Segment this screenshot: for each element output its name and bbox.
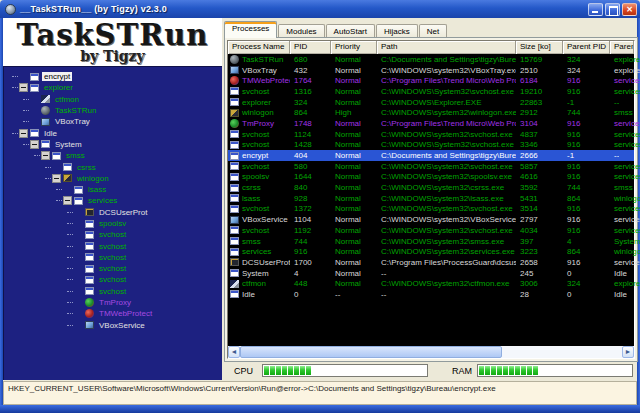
process-row[interactable]: encrypt404NormalC:\Documents and Setting… [228,150,634,161]
tree-connector [45,178,51,179]
pid-cell: 744 [290,237,331,246]
parent-pid-cell: 916 [563,87,610,96]
size-cell: 397 [516,237,563,246]
tab-modules[interactable]: Modules [278,24,324,38]
scroll-right-icon[interactable]: ► [622,346,634,358]
tree-item-label: svchost [97,253,128,262]
window-icon [230,226,239,234]
priority-cell: Normal [331,87,377,96]
tree-item-tmwebprotect[interactable]: TMWebProtect [4,308,222,319]
progress-block [479,366,484,375]
process-row[interactable]: svchost1372NormalC:\WINDOWS\system32\svc… [228,204,634,215]
tree-connector [12,87,18,88]
window-icon [30,73,39,81]
progress-block [396,366,401,375]
progress-block [276,366,281,375]
progress-block [509,366,514,375]
process-row[interactable]: csrss840NormalC:\WINDOWS\system32\csrss.… [228,182,634,193]
tree-item-vboxtray[interactable]: VBoxTray [4,116,222,127]
horizontal-scrollbar[interactable]: ◄ ► [228,346,634,358]
progress-block [264,366,269,375]
column-header-priority[interactable]: Priority [331,41,377,54]
process-row[interactable]: Idle0----280Idle [228,289,634,300]
column-header-pid[interactable]: PID [290,41,331,54]
column-header-parent-pid[interactable]: Parent PID [563,41,610,54]
collapse-box-icon[interactable] [19,83,28,92]
tree-item-ctfmon[interactable]: ctfmon [4,94,222,105]
collapse-box-icon[interactable] [41,151,50,160]
tree-item-svchost[interactable]: svchost [4,240,222,251]
close-button[interactable]: ✕ [622,3,637,16]
tab-net[interactable]: Net [419,24,447,38]
tree-item-svchost[interactable]: svchost [4,274,222,285]
process-row[interactable]: smss744NormalC:\WINDOWS\system32\smss.ex… [228,236,634,247]
tree-item-explorer[interactable]: explorer [4,82,222,93]
tree-item-spoolsv[interactable]: spoolsv [4,218,222,229]
progress-block [527,366,532,375]
collapse-box-icon[interactable] [63,196,72,205]
tree-item-svchost[interactable]: svchost [4,263,222,274]
collapse-box-icon[interactable] [19,129,28,138]
tree-item-svchost[interactable]: svchost [4,286,222,297]
tree-item-smss[interactable]: smss [4,150,222,161]
tree-connector [67,325,73,326]
process-row[interactable]: svchost580NormalC:\WINDOWS\system32\svch… [228,161,634,172]
process-row[interactable]: svchost1316NormalC:\WINDOWS\System32\svc… [228,86,634,97]
tab-autostart[interactable]: AutoStart [326,24,375,38]
tree-item-system[interactable]: System [4,139,222,150]
tree-item-dcsuserprot[interactable]: DCSUserProt [4,207,222,218]
process-row[interactable]: spoolsv1644NormalC:\WINDOWS\system32\spo… [228,172,634,183]
process-row[interactable]: lsass928NormalC:\WINDOWS\system32\lsass.… [228,193,634,204]
window-icon [230,162,239,170]
process-row[interactable]: svchost1124NormalC:\WINDOWS\system32\svc… [228,129,634,140]
tree-item-svchost[interactable]: svchost [4,252,222,263]
process-row[interactable]: explorer324NormalC:\WINDOWS\Explorer.EXE… [228,97,634,108]
process-row[interactable]: TmProxy1748NormalC:\Program Files\Trend … [228,118,634,129]
process-row[interactable]: VBoxTray432NormalC:\WINDOWS\system32\VBo… [228,65,634,76]
scroll-left-icon[interactable]: ◄ [228,346,240,358]
scrollbar-thumb[interactable] [240,346,502,358]
process-row[interactable]: VBoxService1104NormalC:\WINDOWS\system32… [228,214,634,225]
tree-item-label: svchost [97,242,128,251]
tree-item-services[interactable]: services [4,195,222,206]
tab-processes[interactable]: Processes [224,21,277,38]
process-row[interactable]: ctfmon448NormalC:\WINDOWS\system32\ctfmo… [228,278,634,289]
column-header-parent-name[interactable]: Parent Name [610,41,634,54]
process-name: DCSUserProt [242,258,290,267]
size-cell: 3223 [516,247,563,256]
column-header-path[interactable]: Path [377,41,516,54]
process-row[interactable]: TaskSTRun680NormalC:\Documents and Setti… [228,54,634,65]
process-row[interactable]: System4Normal--2450Idle [228,268,634,279]
table-rows: TaskSTRun680NormalC:\Documents and Setti… [228,54,634,300]
process-row[interactable]: TMWebProtect1764NormalC:\Program Files\T… [228,75,634,86]
collapse-box-icon[interactable] [30,140,39,149]
parent-name-cell: explorer [610,55,640,64]
scrollbar-track[interactable] [240,346,622,358]
column-header-process-name[interactable]: Process Name [228,41,290,54]
process-row[interactable]: DCSUserProt1700NormalC:\Program Files\Pr… [228,257,634,268]
collapse-box-icon[interactable] [52,174,61,183]
process-name-cell: svchost [228,226,290,235]
tree-item-tmproxy[interactable]: TmProxy [4,297,222,308]
tree-item-csrss[interactable]: csrss [4,161,222,172]
tree-item-encrypt[interactable]: encrypt [4,71,222,82]
pid-cell: 1700 [290,258,331,267]
tree-item-svchost[interactable]: svchost [4,229,222,240]
title-bar[interactable]: __TaskSTRun__ (by Tigzy) v2.3.0 ✕ [0,0,640,18]
column-header-size-ko-[interactable]: Size [ko] [516,41,563,54]
maximize-button[interactable] [605,3,620,16]
process-row[interactable]: svchost1428NormalC:\WINDOWS\System32\svc… [228,140,634,151]
process-row[interactable]: services916NormalC:\WINDOWS\system32\ser… [228,246,634,257]
parent-name-cell: Idle [610,269,627,278]
tree-item-vboxservice[interactable]: VBoxService [4,320,222,331]
tree-item-winlogon[interactable]: winlogon [4,173,222,184]
process-name: svchost [242,204,269,213]
process-row[interactable]: winlogon864HighC:\WINDOWS\system32\winlo… [228,107,634,118]
process-name: lsass [242,194,260,203]
tree-item-idle[interactable]: Idle [4,127,222,138]
minimize-button[interactable] [588,3,603,16]
tab-hijacks[interactable]: Hijacks [376,24,418,38]
process-row[interactable]: svchost1192NormalC:\WINDOWS\system32\svc… [228,225,634,236]
tree-item-taskstrun[interactable]: TaskSTRun [4,105,222,116]
tree-item-lsass[interactable]: lsass [4,184,222,195]
